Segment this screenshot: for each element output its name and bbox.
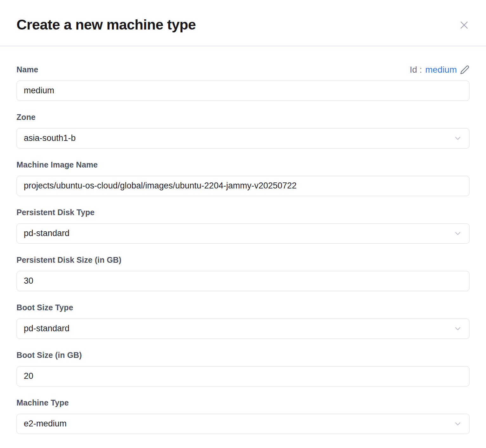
- close-button[interactable]: [457, 18, 471, 32]
- edit-id-button[interactable]: [460, 65, 470, 75]
- close-icon: [459, 20, 470, 30]
- boot-size-type-select[interactable]: pd-standard: [16, 319, 470, 339]
- persistent-disk-type-select[interactable]: pd-standard: [16, 223, 470, 244]
- name-input[interactable]: [16, 81, 470, 101]
- boot-size-type-select-value: pd-standard: [24, 324, 69, 333]
- persistent-disk-size-field-group: Persistent Disk Size (in GB): [16, 255, 470, 291]
- pencil-icon: [460, 65, 470, 75]
- zone-field-group: Zone asia-south1-b: [16, 112, 470, 148]
- machine-image-name-field-group: Machine Image Name: [16, 160, 470, 196]
- id-value: medium: [425, 65, 457, 75]
- persistent-disk-type-select-value: pd-standard: [24, 228, 69, 238]
- name-label: Name: [16, 65, 38, 74]
- id-label: Id :: [410, 65, 422, 75]
- persistent-disk-size-label: Persistent Disk Size (in GB): [16, 255, 121, 265]
- persistent-disk-size-input[interactable]: [16, 271, 470, 291]
- machine-image-name-input[interactable]: [16, 176, 470, 196]
- boot-size-label: Boot Size (in GB): [16, 351, 82, 360]
- boot-size-type-field-group: Boot Size Type pd-standard: [16, 303, 470, 339]
- machine-type-select-value: e2-medium: [24, 419, 67, 429]
- persistent-disk-type-field-group: Persistent Disk Type pd-standard: [16, 208, 470, 244]
- persistent-disk-type-label: Persistent Disk Type: [16, 208, 95, 217]
- chevron-down-icon: [453, 134, 462, 143]
- name-field-group: Name Id : medium: [16, 65, 470, 101]
- machine-image-name-label: Machine Image Name: [16, 160, 98, 169]
- boot-size-input[interactable]: [16, 366, 470, 386]
- machine-type-label: Machine Type: [16, 398, 69, 407]
- chevron-down-icon: [453, 324, 462, 333]
- zone-select[interactable]: asia-south1-b: [16, 128, 470, 148]
- machine-type-field-group: Machine Type e2-medium: [16, 398, 470, 434]
- zone-select-value: asia-south1-b: [24, 133, 76, 143]
- zone-label: Zone: [16, 113, 36, 122]
- boot-size-type-label: Boot Size Type: [16, 303, 73, 312]
- modal-header: Create a new machine type: [0, 0, 486, 46]
- machine-type-select[interactable]: e2-medium: [16, 414, 470, 434]
- page-title: Create a new machine type: [16, 16, 196, 33]
- chevron-down-icon: [453, 419, 462, 428]
- boot-size-field-group: Boot Size (in GB): [16, 350, 470, 386]
- chevron-down-icon: [453, 229, 462, 238]
- modal-body: Name Id : medium Zone asia-south: [0, 46, 486, 448]
- create-machine-type-modal: Create a new machine type Name Id : medi…: [0, 0, 486, 448]
- id-row: Id : medium: [410, 65, 470, 75]
